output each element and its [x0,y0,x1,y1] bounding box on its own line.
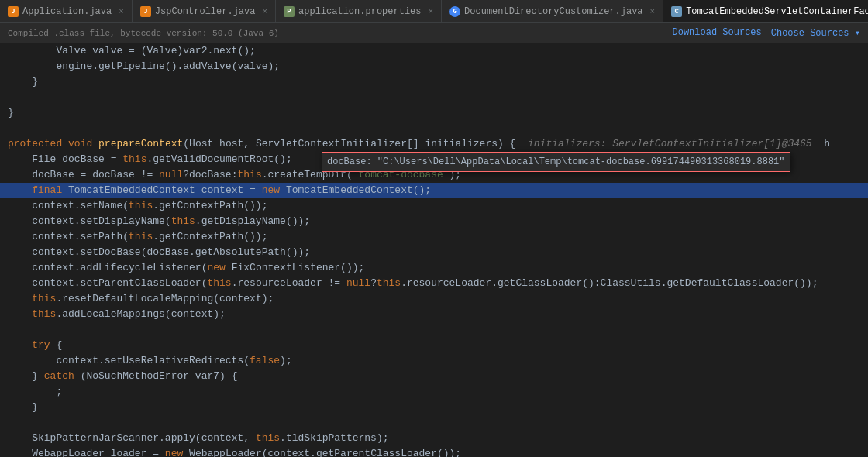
download-sources-button[interactable]: Download Sources [673,27,762,39]
line-text: } [0,105,14,121]
choose-sources-arrow: ▾ [855,28,860,39]
tab-document-directory-customizer[interactable]: G DocumentDirectoryCustomizer.java × [442,0,663,22]
line-text: context.setName(this.getContextPath()); [0,198,267,214]
tab-close[interactable]: × [262,7,267,16]
tab-application-java[interactable]: J Application.java × [0,0,133,22]
action-buttons: Download Sources Choose Sources ▾ [673,27,860,39]
code-line: context.setDocBase(docBase.getAbsolutePa… [0,245,868,260]
code-line: WebappLoader loader = new WebappLoader(c… [0,446,868,457]
code-line: } [0,74,868,90]
line-text: context.setDocBase(docBase.getAbsolutePa… [0,245,310,260]
code-line: } [0,400,868,415]
line-text: SkipPatternJarScanner.apply(context, thi… [0,431,389,446]
line-text: this.resetDefaultLocaleMapping(context); [0,291,274,307]
tab-label: DocumentDirectoryCustomizer.java [464,6,642,17]
tab-label: Application.java [22,6,112,17]
line-text: Valve valve = (Valve)var2.next(); [0,43,256,59]
line-text [0,90,8,105]
tab-tomcat-embedded[interactable]: C TomcatEmbeddedServletContainerFactory.… [663,0,868,22]
line-text [0,322,8,338]
line-text: context.setParentClassLoader(this.resour… [0,276,818,291]
line-text: } catch (NoSuchMethodError var7) { [0,369,237,384]
line-text: context.setPath(this.getContextPath()); [0,229,267,245]
google-icon: G [450,6,460,17]
line-text: context.setUseRelativeRedirects(false); [0,353,292,369]
tab-label: JspController.java [155,6,256,17]
code-line: ; [0,384,868,400]
tab-label: application.properties [298,6,421,17]
code-line: } catch (NoSuchMethodError var7) { [0,369,868,384]
code-area: Valve valve = (Valve)var2.next(); engine… [0,43,868,457]
line-text: context.setDisplayName(this.getDisplayNa… [0,214,310,229]
tab-application-properties[interactable]: P application.properties × [276,0,442,22]
info-bar: Compiled .class file, bytecode version: … [0,23,868,43]
code-line: context.addLifecycleListener(new FixCont… [0,260,868,276]
code-line: engine.getPipeline().addValve(valve); [0,59,868,74]
code-line: this.resetDefaultLocaleMapping(context); [0,291,868,307]
line-text: engine.getPipeline().addValve(valve); [0,59,280,74]
tooltip-popup: docBase: "C:\Users\Dell\AppData\Local\Te… [322,152,790,172]
choose-sources-button[interactable]: Choose Sources ▾ [771,27,860,39]
class-icon: C [671,6,682,17]
tab-close[interactable]: × [650,7,656,16]
line-text [0,121,8,136]
highlighted-line: final TomcatEmbeddedContext context = ne… [0,183,868,198]
line-text: context.addLifecycleListener(new FixCont… [0,260,364,276]
code-line: context.setName(this.getContextPath()); [0,198,868,214]
line-text: this.addLocaleMappings(context); [0,307,226,322]
code-line: try { [0,338,868,353]
code-line: context.setDisplayName(this.getDisplayNa… [0,214,868,229]
code-line: protected void prepareContext(Host host,… [0,136,868,152]
code-line: this.addLocaleMappings(context); [0,307,868,322]
tab-close[interactable]: × [429,7,434,16]
tooltip-text: docBase: "C:\Users\Dell\AppData\Local\Te… [327,156,785,167]
line-text [0,415,8,431]
java-icon: J [8,6,19,17]
tab-close[interactable]: × [119,7,124,16]
tab-jspcontroller-java[interactable]: J JspController.java × [133,0,276,22]
code-line: Valve valve = (Valve)var2.next(); [0,43,868,59]
line-text: } [0,400,38,415]
tab-label: TomcatEmbeddedServletContainerFactory.cl… [686,6,868,17]
code-line: context.setUseRelativeRedirects(false); [0,353,868,369]
properties-icon: P [284,6,294,17]
code-line [0,322,868,338]
code-line: context.setPath(this.getContextPath()); [0,229,868,245]
line-text: try { [0,338,62,353]
code-line [0,415,868,431]
line-text: } [0,74,38,90]
line-text: File docBase = this.getValidDocumentRoot… [0,152,292,167]
code-line [0,121,868,136]
bytecode-info: Compiled .class file, bytecode version: … [8,29,279,38]
line-text: protected void prepareContext(Host host,… [0,136,830,152]
tooltip-line: File docBase = this.getValidDocumentRoot… [0,152,868,167]
tab-bar: J Application.java × J JspController.jav… [0,0,868,23]
code-line: } [0,105,868,121]
line-text: final TomcatEmbeddedContext context = ne… [0,183,431,198]
code-line: context.setParentClassLoader(this.resour… [0,276,868,291]
code-line [0,90,868,105]
line-text: WebappLoader loader = new WebappLoader(c… [0,446,461,457]
line-text: ; [0,384,62,400]
java-icon: J [140,6,151,17]
code-line: SkipPatternJarScanner.apply(context, thi… [0,431,868,446]
